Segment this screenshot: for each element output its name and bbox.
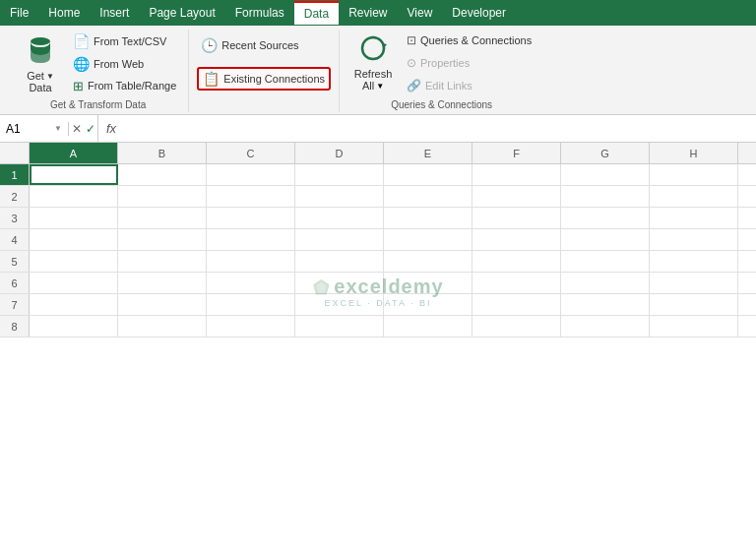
col-header-H[interactable]: H bbox=[650, 143, 738, 163]
cell-F6[interactable] bbox=[472, 273, 561, 293]
cell-H4[interactable] bbox=[650, 229, 738, 250]
cell-B6[interactable] bbox=[118, 273, 207, 293]
text-csv-icon: 📄 bbox=[73, 33, 90, 49]
menu-formulas[interactable]: Formulas bbox=[225, 2, 294, 24]
cell-C8[interactable] bbox=[207, 316, 295, 337]
row-number-3[interactable]: 3 bbox=[0, 208, 30, 228]
cell-B4[interactable] bbox=[118, 229, 207, 250]
cell-C4[interactable] bbox=[207, 229, 295, 250]
menu-data[interactable]: Data bbox=[294, 1, 339, 25]
cell-G1[interactable] bbox=[561, 164, 650, 185]
refresh-all-button[interactable]: Refresh All ▼ bbox=[347, 30, 399, 95]
cell-G5[interactable] bbox=[561, 251, 650, 272]
cell-F7[interactable] bbox=[472, 294, 561, 315]
row-number-5[interactable]: 5 bbox=[0, 251, 30, 272]
connection-buttons: 🕒 Recent Sources 📋 Existing Connections bbox=[197, 30, 331, 96]
cell-H6[interactable] bbox=[650, 273, 738, 293]
cell-C5[interactable] bbox=[207, 251, 295, 272]
cell-G2[interactable] bbox=[561, 186, 650, 207]
cell-E5[interactable] bbox=[384, 251, 472, 272]
from-text-csv-label: From Text/CSV bbox=[94, 35, 166, 47]
cell-F2[interactable] bbox=[472, 186, 561, 207]
menu-home[interactable]: Home bbox=[38, 2, 90, 24]
cell-A7[interactable] bbox=[30, 294, 118, 315]
row-number-7[interactable]: 7 bbox=[0, 294, 30, 315]
col-header-A[interactable]: A bbox=[30, 143, 118, 163]
menu-view[interactable]: View bbox=[398, 2, 443, 24]
cell-F1[interactable] bbox=[472, 164, 561, 185]
cell-A3[interactable] bbox=[30, 208, 118, 228]
cell-E8[interactable] bbox=[384, 316, 472, 337]
existing-connections-button[interactable]: 📋 Existing Connections bbox=[197, 67, 331, 91]
cell-A5[interactable] bbox=[30, 251, 118, 272]
cell-A1[interactable] bbox=[30, 164, 118, 185]
cell-H2[interactable] bbox=[650, 186, 738, 207]
menu-developer[interactable]: Developer bbox=[442, 2, 516, 24]
cell-B3[interactable] bbox=[118, 208, 207, 228]
cell-F4[interactable] bbox=[472, 229, 561, 250]
from-table-range-button[interactable]: ⊞ From Table/Range bbox=[69, 77, 180, 95]
cell-D1[interactable] bbox=[295, 164, 384, 185]
col-header-D[interactable]: D bbox=[295, 143, 384, 163]
cell-B7[interactable] bbox=[118, 294, 207, 315]
cell-D3[interactable] bbox=[295, 208, 384, 228]
cell-E2[interactable] bbox=[384, 186, 472, 207]
cell-G6[interactable] bbox=[561, 273, 650, 293]
queries-connections-button[interactable]: ⊡ Queries & Connections bbox=[403, 31, 536, 49]
cell-C7[interactable] bbox=[207, 294, 295, 315]
cell-G8[interactable] bbox=[561, 316, 650, 337]
cell-F5[interactable] bbox=[472, 251, 561, 272]
cell-D5[interactable] bbox=[295, 251, 384, 272]
menu-page-layout[interactable]: Page Layout bbox=[139, 2, 224, 24]
cancel-button[interactable]: ✕ bbox=[72, 122, 82, 136]
col-header-E[interactable]: E bbox=[384, 143, 472, 163]
cell-G7[interactable] bbox=[561, 294, 650, 315]
cell-B1[interactable] bbox=[118, 164, 207, 185]
confirm-button[interactable]: ✓ bbox=[86, 122, 95, 136]
cell-A6[interactable] bbox=[30, 273, 118, 293]
cell-H7[interactable] bbox=[650, 294, 738, 315]
col-header-F[interactable]: F bbox=[472, 143, 561, 163]
cell-A8[interactable] bbox=[30, 316, 118, 337]
recent-sources-button[interactable]: 🕒 Recent Sources bbox=[197, 35, 331, 55]
cell-C2[interactable] bbox=[207, 186, 295, 207]
get-data-button[interactable]: Get ▼ Data bbox=[16, 30, 65, 97]
cell-C6[interactable] bbox=[207, 273, 295, 293]
cell-F8[interactable] bbox=[472, 316, 561, 337]
col-header-C[interactable]: C bbox=[207, 143, 295, 163]
cell-B8[interactable] bbox=[118, 316, 207, 337]
cell-B2[interactable] bbox=[118, 186, 207, 207]
col-header-G[interactable]: G bbox=[561, 143, 650, 163]
cell-D8[interactable] bbox=[295, 316, 384, 337]
cell-C3[interactable] bbox=[207, 208, 295, 228]
col-header-B[interactable]: B bbox=[118, 143, 207, 163]
row-number-6[interactable]: 6 bbox=[0, 273, 30, 293]
cell-H5[interactable] bbox=[650, 251, 738, 272]
row-number-1[interactable]: 1 bbox=[0, 164, 30, 185]
cell-B5[interactable] bbox=[118, 251, 207, 272]
row-number-2[interactable]: 2 bbox=[0, 186, 30, 207]
from-text-csv-button[interactable]: 📄 From Text/CSV bbox=[69, 31, 180, 51]
cell-H3[interactable] bbox=[650, 208, 738, 228]
row-number-4[interactable]: 4 bbox=[0, 229, 30, 250]
menu-insert[interactable]: Insert bbox=[90, 2, 139, 24]
cell-A2[interactable] bbox=[30, 186, 118, 207]
edit-links-icon: 🔗 bbox=[407, 79, 421, 92]
menu-review[interactable]: Review bbox=[339, 2, 397, 24]
cell-H1[interactable] bbox=[650, 164, 738, 185]
cell-A4[interactable] bbox=[30, 229, 118, 250]
cell-F3[interactable] bbox=[472, 208, 561, 228]
cell-H8[interactable] bbox=[650, 316, 738, 337]
cell-D4[interactable] bbox=[295, 229, 384, 250]
from-web-button[interactable]: 🌐 From Web bbox=[69, 54, 180, 74]
cell-E4[interactable] bbox=[384, 229, 472, 250]
cell-G4[interactable] bbox=[561, 229, 650, 250]
menu-file[interactable]: File bbox=[0, 2, 38, 24]
cell-C1[interactable] bbox=[207, 164, 295, 185]
cell-reference-box[interactable]: A1 ▼ bbox=[0, 122, 69, 136]
cell-G3[interactable] bbox=[561, 208, 650, 228]
cell-E3[interactable] bbox=[384, 208, 472, 228]
cell-E1[interactable] bbox=[384, 164, 472, 185]
cell-D2[interactable] bbox=[295, 186, 384, 207]
row-number-8[interactable]: 8 bbox=[0, 316, 30, 337]
